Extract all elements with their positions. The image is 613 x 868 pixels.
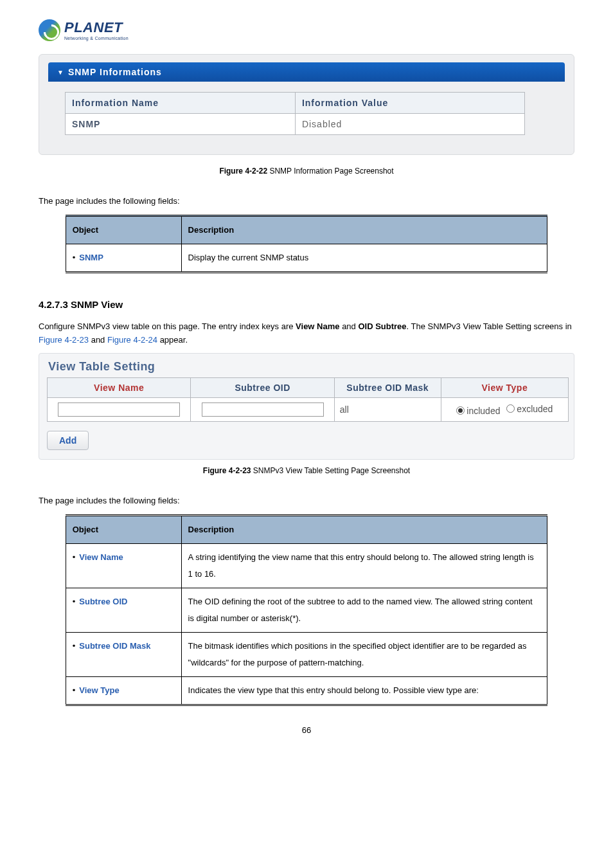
figure-caption-1: Figure 4-2-22 SNMP Information Page Scre… [39,167,574,176]
link-figure-4-2-23[interactable]: Figure 4-2-23 [39,335,89,345]
figure-text-2: SNMPv3 View Table Setting Page Screensho… [251,466,411,475]
objtable2-header-desc: Description [181,516,547,544]
figure-label-1: Figure 4-2-22 [219,167,267,176]
table-row: SNMP Disabled [66,114,525,135]
vts-header-subtreeoidmask: Subtree OID Mask [334,378,441,398]
objtable2-row0-object[interactable]: View Name [79,552,123,562]
table-row: •Subtree OID Mask The bitmask identifies… [66,633,547,677]
objtable2-row3-desc: Indicates the view type that this entry … [181,677,547,705]
objtable2-row1-desc: The OID defining the root of the subtree… [181,588,547,633]
subtree-oid-mask-cell: all [334,398,441,422]
view-table-setting-panel: View Table Setting View Name Subtree OID… [39,353,574,460]
view-name-input[interactable] [58,402,180,417]
objtable2-row1-object[interactable]: Subtree OID [79,597,127,606]
subtree-oid-input[interactable] [202,402,324,417]
objtable2-header-object: Object [66,516,181,544]
table-row: •SNMP Display the current SNMP status [66,244,547,272]
table-row: •Subtree OID The OID defining the root o… [66,588,547,633]
vts-header-subtreeoid: Subtree OID [191,378,334,398]
table-row: •View Name A string identifying the view… [66,544,547,588]
objtable1-header-desc: Description [181,215,547,244]
objtable1-row0-object: SNMP [79,253,103,262]
snmp-info-table: Information Name Information Value SNMP … [65,92,525,135]
logo-brand: PLANET [64,21,129,35]
vts-table: View Name Subtree OID Subtree OID Mask V… [47,377,569,422]
logo-tagline: Networking & Communication [64,36,129,41]
objtable2-row2-desc: The bitmask identifies which positions i… [181,633,547,677]
objtable2-row2-object[interactable]: Subtree OID Mask [79,641,150,651]
logo-block: PLANET Networking & Communication [39,19,574,41]
panel-title: SNMP Informations [68,67,162,77]
logo-icon [39,19,60,41]
table-row: all included excluded [48,398,569,422]
snmp-informations-panel: ▼ SNMP Informations Information Name Inf… [39,54,574,155]
figure-caption-2: Figure 4-2-23 SNMPv3 View Table Setting … [39,466,574,475]
page-number: 66 [39,725,574,735]
view-type-included-radio[interactable]: included [456,406,500,416]
objtable1-header-object: Object [66,215,181,244]
radio-checked-icon [456,406,465,415]
panel-header[interactable]: ▼ SNMP Informations [48,62,565,82]
link-figure-4-2-24[interactable]: Figure 4-2-24 [107,335,157,345]
objtable1-row0-desc: Display the current SNMP status [181,244,547,272]
section-heading: 4.2.7.3 SNMP View [39,299,574,310]
object-table-1: Object Description •SNMP Display the cur… [66,215,548,273]
info-row-value: Disabled [295,114,524,135]
chevron-down-icon: ▼ [57,69,64,76]
info-row-name: SNMP [66,114,296,135]
vts-header-viewname: View Name [48,378,191,398]
vts-title: View Table Setting [48,360,569,374]
figure-label-2: Figure 4-2-23 [203,466,251,475]
intro-text-1: The page includes the following fields: [39,195,574,208]
section-paragraph: Configure SNMPv3 view table on this page… [39,320,574,347]
table-row: •View Type Indicates the view type that … [66,677,547,705]
object-table-2: Object Description •View Name A string i… [66,514,548,706]
view-type-excluded-radio[interactable]: excluded [506,404,553,414]
vts-header-viewtype: View Type [441,378,568,398]
objtable2-row0-desc: A string identifying the view name that … [181,544,547,588]
radio-unchecked-icon [506,404,515,413]
figure-text-1: SNMP Information Page Screenshot [267,167,394,176]
info-col-name: Information Name [66,93,296,114]
intro-text-2: The page includes the following fields: [39,494,574,508]
info-col-value: Information Value [295,93,524,114]
add-button[interactable]: Add [47,431,89,450]
objtable2-row3-object[interactable]: View Type [79,685,119,695]
